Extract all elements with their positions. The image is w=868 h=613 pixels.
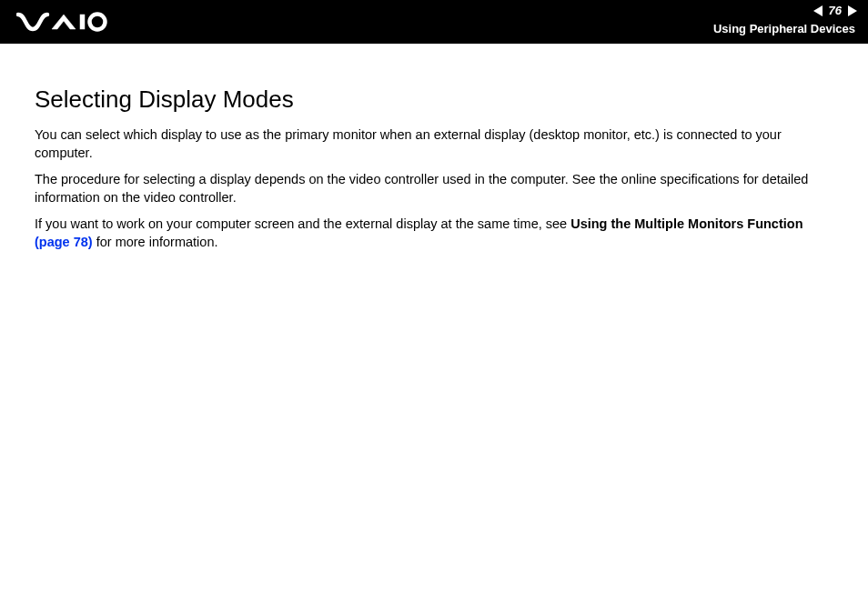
page-number: 76 [826,4,844,17]
next-page-icon[interactable] [848,5,857,16]
p3-tail: for more information. [93,235,218,249]
page-title: Selecting Display Modes [35,85,833,114]
paragraph-1: You can select which display to use as t… [35,126,833,162]
section-title: Using Peripheral Devices [713,22,855,35]
paragraph-2: The procedure for selecting a display de… [35,171,833,206]
p3-bold: Using the Multiple Monitors Function [570,216,802,231]
page-78-link[interactable]: (page 78) [35,235,93,249]
svg-rect-6 [80,15,85,29]
paragraph-3: If you want to work on your computer scr… [35,216,833,251]
page-navigation: 76 [813,4,857,17]
p3-lead: If you want to work on your computer scr… [35,216,570,231]
page-header: 76 Using Peripheral Devices [0,0,868,44]
vaio-logo [16,7,126,36]
page-content: Selecting Display Modes You can select w… [0,44,868,251]
prev-page-icon[interactable] [813,5,823,16]
